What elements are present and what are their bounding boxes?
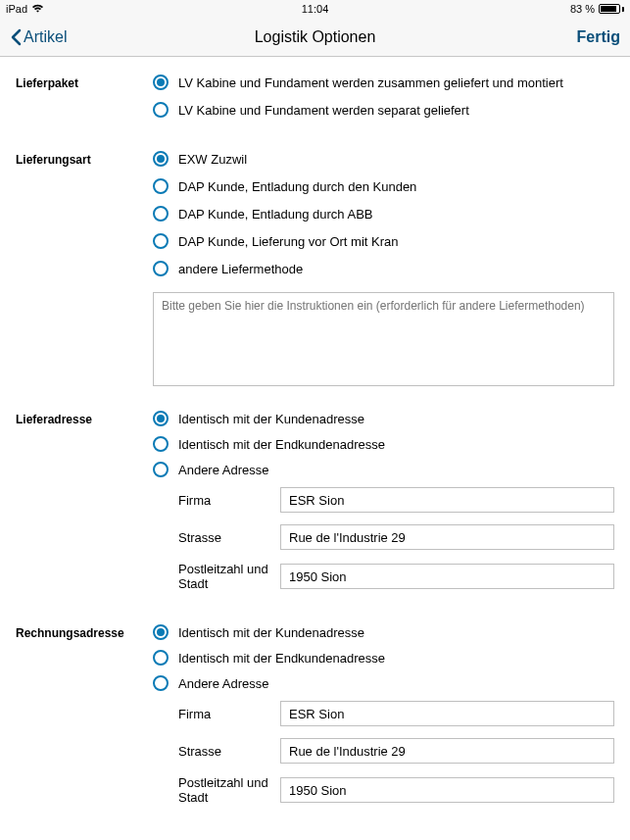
- radio-label: Andere Adresse: [178, 676, 269, 691]
- field-label-plz: Postleitzahl und Stadt: [153, 775, 280, 805]
- billing-plz-input[interactable]: [280, 777, 614, 803]
- field-label-strasse: Strasse: [153, 530, 280, 545]
- radio-lieferpaket-0[interactable]: LV Kabine und Fundament werden zusammen …: [153, 74, 614, 90]
- radio-lieferadresse-2[interactable]: Andere Adresse: [153, 462, 614, 477]
- radio-rechnungsadresse-2[interactable]: Andere Adresse: [153, 675, 614, 691]
- radio-label: LV Kabine und Fundament werden separat g…: [178, 103, 469, 118]
- radio-icon: [153, 102, 169, 118]
- section-label-lieferpaket: Lieferpaket: [16, 74, 153, 129]
- field-row: Strasse: [153, 524, 614, 550]
- radio-label: DAP Kunde, Lieferung vor Ort mit Kran: [178, 234, 398, 249]
- section-label-lieferadresse: Lieferadresse: [16, 411, 153, 603]
- radio-rechnungsadresse-1[interactable]: Identisch mit der Endkundenadresse: [153, 650, 614, 666]
- radio-label: Andere Adresse: [178, 463, 269, 477]
- radio-label: Identisch mit der Endkundenadresse: [178, 651, 385, 666]
- radio-icon: [153, 624, 169, 640]
- radio-label: LV Kabine und Fundament werden zusammen …: [178, 75, 563, 90]
- radio-lieferadresse-1[interactable]: Identisch mit der Endkundenadresse: [153, 436, 614, 452]
- delivery-plz-input[interactable]: [280, 564, 614, 589]
- radio-label: Identisch mit der Endkundenadresse: [178, 437, 385, 452]
- section-label-lieferungsart: Lieferungsart: [16, 151, 153, 389]
- page-title: Logistik Optionen: [255, 28, 376, 46]
- battery-icon: [599, 4, 624, 14]
- delivery-strasse-input[interactable]: [280, 524, 614, 550]
- field-label-firma: Firma: [153, 707, 280, 721]
- field-row: Firma: [153, 487, 614, 513]
- field-row: Postleitzahl und Stadt: [153, 562, 614, 591]
- radio-icon: [153, 151, 169, 167]
- battery-percent: 83 %: [570, 3, 595, 15]
- back-label: Artikel: [24, 28, 67, 46]
- done-button[interactable]: Fertig: [577, 28, 620, 46]
- billing-strasse-input[interactable]: [280, 738, 614, 764]
- field-label-firma: Firma: [153, 493, 280, 508]
- radio-label: DAP Kunde, Entladung durch den Kunden: [178, 179, 416, 194]
- chevron-left-icon: [10, 28, 22, 46]
- radio-lieferungsart-4[interactable]: andere Liefermethode: [153, 261, 614, 276]
- radio-lieferungsart-2[interactable]: DAP Kunde, Entladung durch ABB: [153, 206, 614, 222]
- radio-icon: [153, 261, 169, 276]
- radio-icon: [153, 462, 169, 477]
- radio-icon: [153, 436, 169, 452]
- radio-icon: [153, 650, 169, 666]
- status-bar: iPad 11:04 83 %: [0, 0, 630, 18]
- radio-lieferpaket-1[interactable]: LV Kabine und Fundament werden separat g…: [153, 102, 614, 118]
- form-content: Lieferpaket LV Kabine und Fundament werd…: [0, 57, 630, 816]
- field-row: Firma: [153, 701, 614, 726]
- radio-label: DAP Kunde, Entladung durch ABB: [178, 207, 373, 222]
- radio-icon: [153, 206, 169, 222]
- radio-lieferadresse-0[interactable]: Identisch mit der Kundenadresse: [153, 411, 614, 426]
- section-rechnungsadresse: Rechnungsadresse Identisch mit der Kunde…: [16, 624, 614, 816]
- field-label-plz: Postleitzahl und Stadt: [153, 562, 280, 591]
- radio-icon: [153, 233, 169, 249]
- instructions-textarea[interactable]: [153, 292, 614, 386]
- statusbar-time: 11:04: [302, 3, 329, 15]
- section-lieferungsart: Lieferungsart EXW Zuzwil DAP Kunde, Entl…: [16, 151, 614, 389]
- device-label: iPad: [6, 3, 27, 15]
- radio-label: Identisch mit der Kundenadresse: [178, 625, 364, 640]
- radio-rechnungsadresse-0[interactable]: Identisch mit der Kundenadresse: [153, 624, 614, 640]
- field-row: Strasse: [153, 738, 614, 764]
- section-lieferpaket: Lieferpaket LV Kabine und Fundament werd…: [16, 74, 614, 129]
- navigation-bar: Artikel Logistik Optionen Fertig: [0, 18, 630, 57]
- wifi-icon: [31, 3, 44, 15]
- radio-lieferungsart-3[interactable]: DAP Kunde, Lieferung vor Ort mit Kran: [153, 233, 614, 249]
- section-label-rechnungsadresse: Rechnungsadresse: [16, 624, 153, 816]
- radio-icon: [153, 178, 169, 194]
- radio-icon: [153, 675, 169, 691]
- radio-icon: [153, 74, 169, 90]
- back-button[interactable]: Artikel: [10, 28, 67, 46]
- radio-icon: [153, 411, 169, 426]
- section-lieferadresse: Lieferadresse Identisch mit der Kundenad…: [16, 411, 614, 603]
- radio-lieferungsart-1[interactable]: DAP Kunde, Entladung durch den Kunden: [153, 178, 614, 194]
- delivery-firma-input[interactable]: [280, 487, 614, 513]
- radio-lieferungsart-0[interactable]: EXW Zuzwil: [153, 151, 614, 167]
- radio-label: Identisch mit der Kundenadresse: [178, 412, 364, 426]
- radio-label: EXW Zuzwil: [178, 152, 247, 167]
- field-label-strasse: Strasse: [153, 744, 280, 759]
- billing-firma-input[interactable]: [280, 701, 614, 726]
- radio-label: andere Liefermethode: [178, 262, 303, 276]
- field-row: Postleitzahl und Stadt: [153, 775, 614, 805]
